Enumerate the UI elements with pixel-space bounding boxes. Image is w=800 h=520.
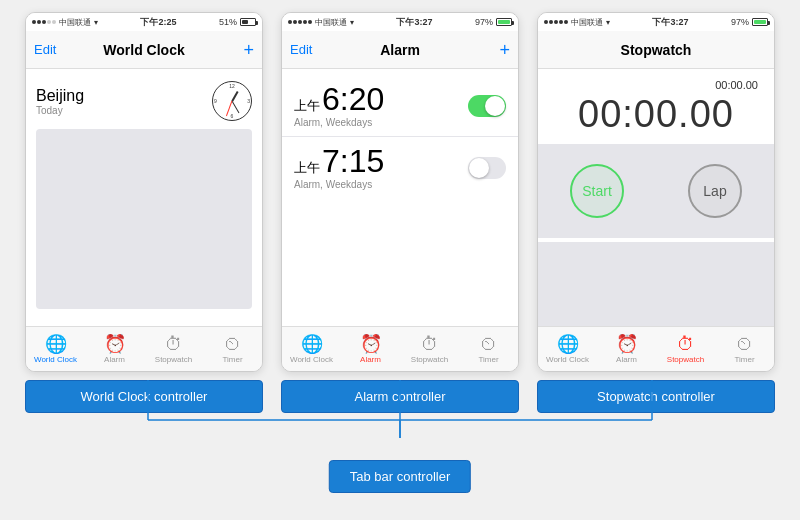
stopwatch-buttons-area: Start Lap xyxy=(538,144,774,238)
phones-row: 中国联通 ▾ 下午2:25 51% Edit World Clock + Bei… xyxy=(0,0,800,372)
tab-label-timer-1: Timer xyxy=(222,355,242,364)
globe-icon-1: 🌐 xyxy=(45,335,67,353)
start-button[interactable]: Start xyxy=(570,164,624,218)
tab-label-alarm-2: Alarm xyxy=(360,355,381,364)
nav-bar-1: Edit World Clock + xyxy=(26,31,262,69)
tab-label-alarm-3: Alarm xyxy=(616,355,637,364)
stopwatch-icon-3: ⏱ xyxy=(677,335,695,353)
tab-bar-controller-wrap: Tab bar controller xyxy=(329,460,471,493)
nav-add-btn-2[interactable]: + xyxy=(499,41,510,59)
alarm-prefix-1: 上午 xyxy=(294,97,320,115)
nav-bar-3: Stopwatch xyxy=(538,31,774,69)
tab-label-wc-3: World Clock xyxy=(546,355,589,364)
alarm-phone: 中国联通 ▾ 下午3:27 97% Edit Alarm + 上午 6:20 xyxy=(281,12,519,372)
alarm-content: 上午 6:20 Alarm, Weekdays 上午 7:15 xyxy=(282,69,518,326)
tab-bar-1: 🌐 World Clock ⏰ Alarm ⏱ Stopwatch ⏲ Time… xyxy=(26,326,262,371)
tab-alarm-3[interactable]: ⏰ Alarm xyxy=(597,335,656,364)
battery-pct-3: 97% xyxy=(731,17,749,27)
tab-alarm-2[interactable]: ⏰ Alarm xyxy=(341,335,400,364)
nav-edit-btn-2[interactable]: Edit xyxy=(290,42,312,57)
status-bar-1: 中国联通 ▾ 下午2:25 51% xyxy=(26,13,262,31)
alarm-time-1: 6:20 xyxy=(322,83,384,115)
stopwatch-icon-1: ⏱ xyxy=(165,335,183,353)
alarm-toggle-2[interactable] xyxy=(468,157,506,179)
nav-title-3: Stopwatch xyxy=(621,42,692,58)
tab-timer-3[interactable]: ⏲ Timer xyxy=(715,335,774,364)
tab-label-sw-2: Stopwatch xyxy=(411,355,448,364)
tab-stopwatch-2[interactable]: ⏱ Stopwatch xyxy=(400,335,459,364)
tab-label-wc-2: World Clock xyxy=(290,355,333,364)
tab-label-timer-2: Timer xyxy=(478,355,498,364)
tab-label-timer-3: Timer xyxy=(734,355,754,364)
battery-pct-2: 97% xyxy=(475,17,493,27)
stopwatch-main-time: 00:00.00 xyxy=(578,93,734,136)
tab-label-wc-1: World Clock xyxy=(34,355,77,364)
alarm-item-2: 上午 7:15 Alarm, Weekdays xyxy=(282,137,518,198)
tab-label-sw-3: Stopwatch xyxy=(667,355,704,364)
wifi-icon-2: ▾ xyxy=(350,18,354,27)
stopwatch-icon-2: ⏱ xyxy=(421,335,439,353)
tab-bar-controller: Tab bar controller xyxy=(329,460,471,493)
timer-icon-3: ⏲ xyxy=(736,335,754,353)
nav-title-1: World Clock xyxy=(103,42,184,58)
lap-button[interactable]: Lap xyxy=(688,164,742,218)
clock-entry-beijing: Beijing Today 12 6 9 3 xyxy=(36,77,252,125)
tab-world-clock-2[interactable]: 🌐 World Clock xyxy=(282,335,341,364)
alarm-sub-2: Alarm, Weekdays xyxy=(294,179,384,190)
carrier-2: 中国联通 xyxy=(315,17,347,28)
clock-day: Today xyxy=(36,105,84,116)
stopwatch-phone: 中国联通 ▾ 下午3:27 97% Stopwatch 00:00.00 00:… xyxy=(537,12,775,372)
wifi-icon-3: ▾ xyxy=(606,18,610,27)
time-3: 下午3:27 xyxy=(652,16,688,29)
stopwatch-small-time: 00:00.00 xyxy=(715,79,774,91)
world-clock-phone: 中国联通 ▾ 下午2:25 51% Edit World Clock + Bei… xyxy=(25,12,263,372)
timer-icon-1: ⏲ xyxy=(224,335,242,353)
nav-bar-2: Edit Alarm + xyxy=(282,31,518,69)
world-clock-list xyxy=(36,129,252,309)
battery-pct-1: 51% xyxy=(219,17,237,27)
alarm-time-2: 7:15 xyxy=(322,145,384,177)
world-clock-content: Beijing Today 12 6 9 3 xyxy=(26,69,262,326)
carrier-3: 中国联通 xyxy=(571,17,603,28)
timer-icon-2: ⏲ xyxy=(480,335,498,353)
tab-timer-2[interactable]: ⏲ Timer xyxy=(459,335,518,364)
tab-label-alarm-1: Alarm xyxy=(104,355,125,364)
alarm-sub-1: Alarm, Weekdays xyxy=(294,117,384,128)
lap-label: Lap xyxy=(703,183,726,199)
carrier-1: 中国联通 xyxy=(59,17,91,28)
alarm-prefix-2: 上午 xyxy=(294,159,320,177)
status-bar-2: 中国联通 ▾ 下午3:27 97% xyxy=(282,13,518,31)
time-1: 下午2:25 xyxy=(140,16,176,29)
globe-icon-3: 🌐 xyxy=(557,335,579,353)
nav-title-2: Alarm xyxy=(380,42,420,58)
tab-world-clock-1[interactable]: 🌐 World Clock xyxy=(26,335,85,364)
tab-bar-2: 🌐 World Clock ⏰ Alarm ⏱ Stopwatch ⏲ Time… xyxy=(282,326,518,371)
start-label: Start xyxy=(582,183,612,199)
stopwatch-content-area: 00:00.00 00:00.00 Start Lap xyxy=(538,69,774,326)
clock-city: Beijing xyxy=(36,87,84,105)
nav-edit-btn-1[interactable]: Edit xyxy=(34,42,56,57)
alarm-toggle-1[interactable] xyxy=(468,95,506,117)
alarm-icon-2: ⏰ xyxy=(360,335,382,353)
alarm-icon-1: ⏰ xyxy=(104,335,126,353)
stopwatch-list xyxy=(538,242,774,326)
wifi-icon-1: ▾ xyxy=(94,18,98,27)
tab-stopwatch-3[interactable]: ⏱ Stopwatch xyxy=(656,335,715,364)
tab-timer-1[interactable]: ⏲ Timer xyxy=(203,335,262,364)
tab-world-clock-3[interactable]: 🌐 World Clock xyxy=(538,335,597,364)
globe-icon-2: 🌐 xyxy=(301,335,323,353)
tab-stopwatch-1[interactable]: ⏱ Stopwatch xyxy=(144,335,203,364)
alarm-icon-3: ⏰ xyxy=(616,335,638,353)
tab-label-sw-1: Stopwatch xyxy=(155,355,192,364)
nav-add-btn-1[interactable]: + xyxy=(243,41,254,59)
tab-alarm-1[interactable]: ⏰ Alarm xyxy=(85,335,144,364)
status-bar-3: 中国联通 ▾ 下午3:27 97% xyxy=(538,13,774,31)
time-2: 下午3:27 xyxy=(396,16,432,29)
alarm-item-1: 上午 6:20 Alarm, Weekdays xyxy=(282,75,518,137)
clock-face: 12 6 9 3 xyxy=(212,81,252,121)
tab-bar-3: 🌐 World Clock ⏰ Alarm ⏱ Stopwatch ⏲ Time… xyxy=(538,326,774,371)
